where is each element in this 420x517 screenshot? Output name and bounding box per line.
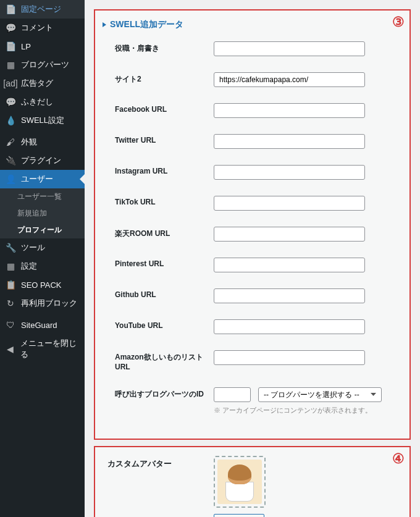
sidebar-item[interactable]: ▦ブログパーツ bbox=[0, 56, 85, 74]
main-content: ③ SWELL追加データ 役職・肩書きサイト2Facebook URLTwitt… bbox=[85, 0, 420, 517]
field-label: Pinterest URL bbox=[115, 258, 214, 268]
sidebar-item[interactable]: 🛡SiteGuard bbox=[0, 316, 85, 334]
sidebar-icon: ◀ bbox=[5, 343, 15, 355]
sidebar-item-label: ユーザー bbox=[21, 174, 53, 185]
sidebar-item-label: 広告タグ bbox=[21, 78, 53, 89]
form-row: Amazon欲しいものリストURL bbox=[103, 350, 402, 371]
text-input[interactable] bbox=[214, 72, 365, 87]
sidebar-item-label: 再利用ブロック bbox=[21, 298, 77, 309]
sidebar-item[interactable]: ▦設定 bbox=[0, 257, 85, 275]
form-row: サイト2 bbox=[103, 72, 402, 87]
select-image-button[interactable]: 画像を選択 bbox=[214, 514, 264, 517]
sidebar-item-label: メニューを閉じる bbox=[20, 338, 80, 360]
admin-sidebar: 📄固定ページ💬コメント📄LP▦ブログパーツ[ad]広告タグ💬ふきだし💧SWELL… bbox=[0, 0, 85, 517]
sidebar-item-label: SWELL設定 bbox=[21, 115, 64, 126]
avatar-image bbox=[217, 460, 262, 504]
user-icon: 👤 bbox=[5, 174, 16, 185]
text-input[interactable] bbox=[214, 319, 365, 334]
annotation-badge-3: ③ bbox=[392, 14, 405, 30]
sidebar-icon: 🖌 bbox=[5, 137, 16, 148]
field-label: サイト2 bbox=[115, 72, 214, 85]
text-input[interactable] bbox=[214, 227, 365, 242]
field-label: 楽天ROOM URL bbox=[115, 227, 214, 239]
text-input[interactable] bbox=[214, 134, 365, 149]
sidebar-item-label: ふきだし bbox=[21, 96, 53, 107]
text-input[interactable] bbox=[214, 103, 365, 118]
sidebar-item-label: SEO PACK bbox=[21, 280, 62, 290]
sidebar-icon: 💬 bbox=[5, 96, 16, 107]
section-title: SWELL追加データ bbox=[103, 19, 402, 30]
sidebar-item-label: 設定 bbox=[21, 261, 37, 272]
form-row: Github URL bbox=[103, 288, 402, 303]
blogparts-label: 呼び出すブログパーツのID bbox=[115, 387, 214, 400]
sidebar-item[interactable]: 📋SEO PACK bbox=[0, 275, 85, 294]
text-input[interactable] bbox=[214, 41, 365, 56]
sidebar-icon: 💧 bbox=[5, 115, 16, 126]
sidebar-sub-item[interactable]: 新規追加 bbox=[0, 205, 85, 222]
field-label: 役職・肩書き bbox=[115, 41, 214, 54]
remove-image-button[interactable]: 画像を削除 bbox=[269, 514, 309, 517]
field-label: TikTok URL bbox=[115, 196, 214, 206]
sidebar-item-label: ツール bbox=[21, 242, 45, 253]
sidebar-item[interactable]: [ad]広告タグ bbox=[0, 74, 85, 93]
sidebar-icon: ▦ bbox=[5, 261, 16, 272]
form-row: Facebook URL bbox=[103, 103, 402, 118]
sidebar-item-label: プラグイン bbox=[21, 155, 61, 166]
sidebar-item[interactable]: 💬ふきだし bbox=[0, 93, 85, 111]
sidebar-icon: 📄 bbox=[5, 4, 16, 15]
sidebar-item[interactable]: ↻再利用ブロック bbox=[0, 294, 85, 313]
text-input[interactable] bbox=[214, 350, 365, 365]
blogparts-select[interactable]: -- ブログパーツを選択する -- bbox=[258, 387, 382, 402]
field-label: Twitter URL bbox=[115, 134, 214, 145]
sidebar-submenu-users: ユーザー一覧新規追加プロフィール bbox=[0, 188, 85, 238]
sidebar-icon: 🔧 bbox=[5, 242, 16, 253]
text-input[interactable] bbox=[214, 258, 365, 272]
sidebar-item[interactable]: 🖌外観 bbox=[0, 133, 85, 151]
sidebar-item[interactable]: 📄LP bbox=[0, 37, 85, 56]
custom-avatar-section: ④ カスタムアバター 画像を選択 画像を削除 bbox=[94, 446, 411, 517]
form-row: YouTube URL bbox=[103, 319, 402, 334]
sidebar-item[interactable]: 💧SWELL設定 bbox=[0, 111, 85, 130]
form-row: Pinterest URL bbox=[103, 258, 402, 272]
sidebar-sub-item[interactable]: プロフィール bbox=[0, 222, 85, 238]
avatar-preview[interactable] bbox=[214, 456, 266, 508]
swell-data-section: ③ SWELL追加データ 役職・肩書きサイト2Facebook URLTwitt… bbox=[94, 9, 411, 440]
text-input[interactable] bbox=[214, 196, 365, 211]
field-label: YouTube URL bbox=[115, 319, 214, 330]
blogparts-note: ※ アーカイブページにコンテンツが表示されます。 bbox=[214, 406, 402, 415]
form-row: 役職・肩書き bbox=[103, 41, 402, 56]
text-input[interactable] bbox=[214, 288, 365, 303]
field-label: Amazon欲しいものリストURL bbox=[115, 350, 214, 371]
sidebar-item-label: 固定ページ bbox=[21, 4, 61, 15]
field-label: Facebook URL bbox=[115, 103, 214, 114]
sidebar-icon: 🛡 bbox=[5, 319, 16, 330]
sidebar-icon: 📄 bbox=[5, 41, 16, 52]
field-label: Github URL bbox=[115, 288, 214, 299]
avatar-label: カスタムアバター bbox=[107, 456, 214, 469]
sidebar-sub-item[interactable]: ユーザー一覧 bbox=[0, 188, 85, 205]
sidebar-icon: 📋 bbox=[5, 279, 16, 290]
sidebar-icon: 💬 bbox=[5, 22, 16, 33]
sidebar-icon: 🔌 bbox=[5, 155, 16, 166]
sidebar-item[interactable]: ◀メニューを閉じる bbox=[0, 334, 85, 364]
sidebar-item[interactable]: 🔌プラグイン bbox=[0, 151, 85, 170]
sidebar-item-label: SiteGuard bbox=[21, 321, 57, 330]
sidebar-icon: ▦ bbox=[5, 59, 16, 70]
form-row: Instagram URL bbox=[103, 165, 402, 180]
blogparts-id-input[interactable] bbox=[214, 387, 251, 402]
form-row: Twitter URL bbox=[103, 134, 402, 149]
sidebar-item-label: 外観 bbox=[21, 137, 37, 148]
text-input[interactable] bbox=[214, 165, 365, 180]
blogparts-row: 呼び出すブログパーツのID -- ブログパーツを選択する -- ※ アーカイブペ… bbox=[103, 387, 402, 415]
form-row: 楽天ROOM URL bbox=[103, 227, 402, 242]
sidebar-item[interactable]: 💬コメント bbox=[0, 19, 85, 37]
form-row: TikTok URL bbox=[103, 196, 402, 211]
sidebar-item[interactable]: 📄固定ページ bbox=[0, 0, 85, 19]
sidebar-icon: [ad] bbox=[5, 78, 16, 89]
sidebar-icon: ↻ bbox=[5, 298, 16, 309]
sidebar-item-users[interactable]: 👤 ユーザー bbox=[0, 170, 85, 188]
sidebar-item[interactable]: 🔧ツール bbox=[0, 238, 85, 257]
annotation-badge-4: ④ bbox=[392, 451, 405, 467]
sidebar-item-label: コメント bbox=[21, 22, 53, 33]
field-label: Instagram URL bbox=[115, 165, 214, 175]
